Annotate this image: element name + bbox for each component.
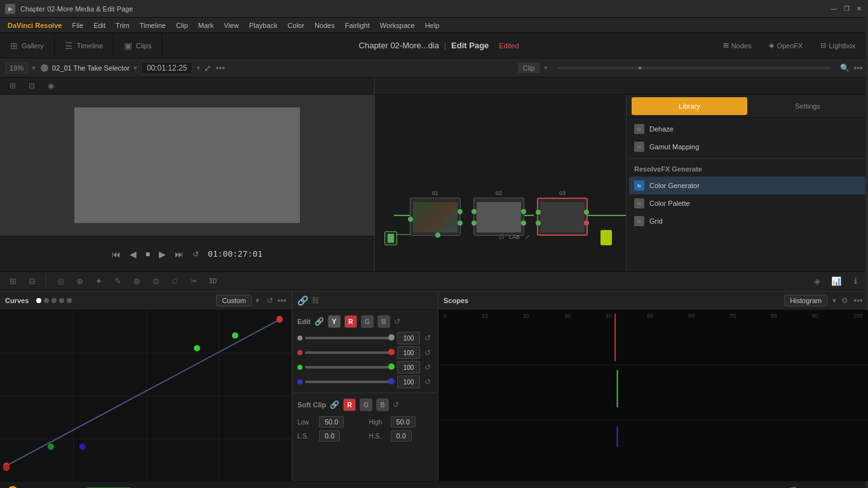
ls-value[interactable]: 0.0 (319, 430, 340, 442)
menu-file[interactable]: File (67, 20, 88, 30)
clip-label[interactable]: Clip (518, 63, 540, 73)
loop-btn[interactable]: ↺ (193, 250, 199, 259)
ct-btn-4[interactable]: ⊕ (72, 273, 87, 288)
panel-lightbox-btn[interactable]: ⊟ Lightbox (813, 39, 863, 52)
ct-btn-9[interactable]: ⬡ (167, 273, 182, 288)
curve-dot-4[interactable] (67, 298, 72, 303)
status-icon-2[interactable]: 🎵 (787, 486, 797, 489)
zoom-level-btn[interactable]: 19% (5, 62, 28, 74)
output-node[interactable] (600, 230, 612, 245)
viewer-icon-2[interactable]: ⊟ (24, 79, 39, 92)
tab-clips[interactable]: ▣ Clips (114, 33, 162, 58)
viewer-icon-3[interactable]: ◉ (43, 79, 58, 92)
status-icon-1[interactable]: ⊞ (766, 486, 774, 489)
slider-red[interactable] (305, 351, 395, 354)
ct-btn-2[interactable]: ⊟ (24, 273, 39, 288)
curves-reset-icon[interactable]: ↺ (267, 296, 273, 305)
status-icon-home[interactable]: ⌂ (831, 486, 836, 489)
softclip-r-btn[interactable]: R (343, 398, 356, 411)
panel-nodes-btn[interactable]: ⊞ Nodes (715, 39, 759, 52)
play-btn[interactable]: ▶ (159, 249, 166, 259)
menu-workspace[interactable]: Workspace (375, 20, 420, 30)
menu-brand[interactable]: DaVinci Resolve (3, 20, 67, 30)
node-03-output-red[interactable] (584, 220, 589, 226)
node-01-input[interactable] (408, 217, 413, 222)
ct-btn-3[interactable]: ◎ (53, 273, 68, 288)
node-01-output-top[interactable] (458, 209, 463, 214)
menu-trim[interactable]: Trim (111, 20, 135, 30)
ct-btn-1[interactable]: ⊞ (5, 273, 20, 288)
ct-btn-chart[interactable]: 📊 (829, 273, 844, 288)
toolbar-more-btn[interactable]: ••• (853, 63, 863, 73)
softclip-b-btn[interactable]: B (376, 398, 389, 411)
menu-mark[interactable]: Mark (193, 20, 219, 30)
menu-view[interactable]: View (219, 20, 244, 30)
fx-item-color-generator[interactable]: fx Color Generator (629, 177, 865, 194)
scopes-settings-icon[interactable]: ⚙ (841, 296, 848, 305)
slider-red-thumb[interactable] (388, 349, 395, 355)
lab-icon[interactable]: ⊡ (499, 233, 504, 240)
ct-btn-10[interactable]: ✂ (186, 273, 201, 288)
node-03-output-top[interactable] (584, 210, 589, 215)
slider-blue-thumb[interactable] (388, 378, 395, 384)
fx-item-gamut[interactable]: fx Gamut Mapping (629, 138, 865, 156)
menu-playback[interactable]: Playback (244, 20, 283, 30)
menu-edit[interactable]: Edit (88, 20, 111, 30)
menu-clip[interactable]: Clip (171, 20, 193, 30)
slider-gray[interactable] (305, 337, 395, 339)
tab-settings[interactable]: Settings (750, 97, 865, 115)
channel-y-btn[interactable]: Y (328, 315, 341, 328)
viewer-icon-1[interactable]: ⊞ (5, 79, 20, 92)
close-button[interactable]: ✕ (855, 5, 863, 13)
menu-help[interactable]: Help (420, 20, 445, 30)
panel-openfx-btn[interactable]: ◈ OpenFX (761, 39, 810, 52)
status-icon-settings[interactable]: ⚙ (848, 486, 857, 489)
scopes-more-icon[interactable]: ••• (853, 295, 863, 306)
value-green[interactable]: 100 (397, 361, 420, 374)
expand-btn[interactable]: ⤢ (204, 63, 212, 73)
slider-gray-thumb[interactable] (388, 334, 395, 341)
reset-red-btn[interactable]: ↺ (423, 348, 433, 357)
softclip-chain-icon[interactable]: 🔗 (330, 400, 339, 409)
search-icon[interactable]: 🔍 (840, 64, 850, 72)
scopes-type-dropdown[interactable]: Histogram (784, 295, 827, 306)
node-01-output-bottom[interactable] (458, 220, 463, 226)
ct-btn-5[interactable]: ✦ (91, 273, 106, 288)
scopes-type-arrow[interactable]: ▾ (832, 296, 836, 305)
softclip-reset-icon[interactable]: ↺ (393, 400, 399, 409)
step-back-btn[interactable]: ◀ (130, 249, 137, 259)
ct-btn-8[interactable]: ⊙ (148, 273, 163, 288)
node-02-output-bottom[interactable] (521, 220, 526, 226)
curves-canvas[interactable] (0, 310, 292, 481)
status-icon-3[interactable]: ✈ (810, 486, 818, 489)
fx-item-color-palette[interactable]: fx Color Palette (629, 194, 865, 212)
curve-dot-1[interactable] (44, 298, 49, 303)
fx-item-grid[interactable]: fx Grid (629, 212, 865, 230)
scroll-indicator[interactable] (41, 64, 48, 72)
curves-mode-dropdown[interactable]: Custom (216, 295, 252, 306)
ct-btn-fx[interactable]: ◈ (810, 273, 825, 288)
node-01[interactable]: 01 (410, 190, 461, 236)
value-red[interactable]: 100 (397, 346, 420, 359)
node-03[interactable]: 03 (537, 190, 588, 236)
tab-library[interactable]: Library (632, 97, 747, 115)
curves-mode-arrow[interactable]: ▾ (255, 296, 259, 305)
expand-node-icon[interactable]: ⤢ (525, 233, 530, 240)
curves-more-icon[interactable]: ••• (277, 295, 287, 306)
slider-green-thumb[interactable] (388, 363, 395, 370)
maximize-button[interactable]: ❐ (843, 5, 850, 13)
tab-timeline[interactable]: ☰ Timeline (55, 33, 114, 58)
ct-btn-3d[interactable]: 3D (205, 273, 220, 288)
edit-chain-icon[interactable]: 🔗 (297, 295, 308, 306)
curve-dot-2[interactable] (51, 298, 57, 303)
ct-btn-info[interactable]: ℹ (848, 273, 863, 288)
skip-to-end-btn[interactable]: ⏭ (175, 249, 184, 259)
channel-b-btn[interactable]: B (377, 315, 390, 328)
tab-gallery[interactable]: ⊞ Gallery (0, 33, 55, 58)
value-blue[interactable]: 100 (397, 376, 420, 388)
edit-reset-icon[interactable]: ↺ (394, 317, 400, 326)
ct-btn-7[interactable]: ⊛ (129, 273, 144, 288)
reset-blue-btn[interactable]: ↺ (423, 377, 433, 386)
reset-green-btn[interactable]: ↺ (423, 363, 433, 372)
node-03-input-bottom[interactable] (536, 220, 541, 226)
